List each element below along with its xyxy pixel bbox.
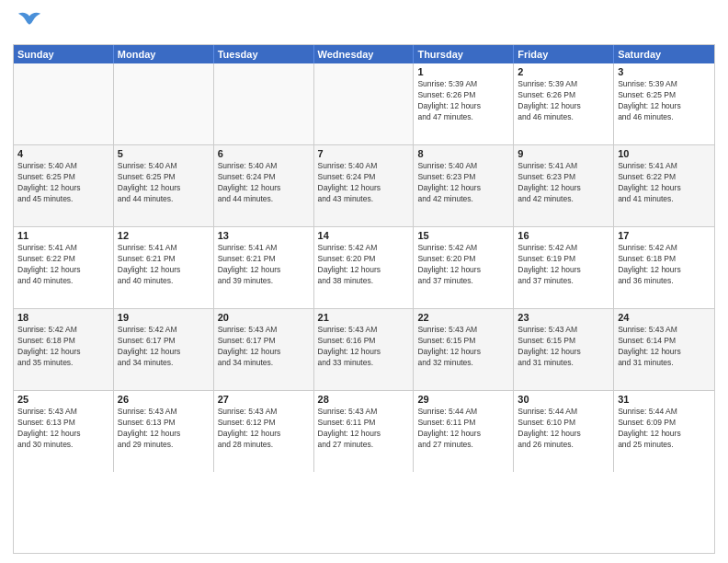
calendar-cell: 8Sunrise: 5:40 AM Sunset: 6:23 PM Daylig… bbox=[414, 145, 514, 226]
day-number: 19 bbox=[118, 312, 210, 323]
calendar-body: 1Sunrise: 5:39 AM Sunset: 6:26 PM Daylig… bbox=[14, 63, 714, 472]
day-info: Sunrise: 5:41 AM Sunset: 6:21 PM Dayligh… bbox=[218, 243, 310, 287]
calendar-cell: 29Sunrise: 5:44 AM Sunset: 6:11 PM Dayli… bbox=[414, 391, 514, 472]
calendar-header-day: Monday bbox=[114, 45, 214, 63]
day-info: Sunrise: 5:43 AM Sunset: 6:17 PM Dayligh… bbox=[218, 325, 310, 369]
day-info: Sunrise: 5:43 AM Sunset: 6:13 PM Dayligh… bbox=[118, 407, 210, 451]
calendar-cell: 3Sunrise: 5:39 AM Sunset: 6:25 PM Daylig… bbox=[614, 63, 714, 144]
day-number: 14 bbox=[318, 230, 410, 241]
calendar-cell: 20Sunrise: 5:43 AM Sunset: 6:17 PM Dayli… bbox=[214, 309, 314, 390]
calendar-cell: 5Sunrise: 5:40 AM Sunset: 6:25 PM Daylig… bbox=[114, 145, 214, 226]
day-number: 1 bbox=[417, 66, 509, 77]
day-number: 17 bbox=[618, 230, 711, 241]
day-info: Sunrise: 5:43 AM Sunset: 6:12 PM Dayligh… bbox=[218, 407, 310, 451]
day-number: 7 bbox=[318, 148, 410, 159]
calendar-row: 18Sunrise: 5:42 AM Sunset: 6:18 PM Dayli… bbox=[14, 309, 714, 391]
day-number: 2 bbox=[518, 66, 609, 77]
day-number: 8 bbox=[417, 148, 509, 159]
day-info: Sunrise: 5:44 AM Sunset: 6:09 PM Dayligh… bbox=[618, 407, 711, 451]
day-info: Sunrise: 5:39 AM Sunset: 6:26 PM Dayligh… bbox=[518, 79, 609, 123]
calendar-cell: 15Sunrise: 5:42 AM Sunset: 6:20 PM Dayli… bbox=[414, 227, 514, 308]
calendar-cell bbox=[314, 63, 415, 144]
day-number: 31 bbox=[618, 394, 711, 405]
calendar-cell bbox=[14, 63, 114, 144]
day-info: Sunrise: 5:44 AM Sunset: 6:10 PM Dayligh… bbox=[518, 407, 609, 451]
day-info: Sunrise: 5:42 AM Sunset: 6:19 PM Dayligh… bbox=[518, 243, 609, 287]
calendar-cell: 21Sunrise: 5:43 AM Sunset: 6:16 PM Dayli… bbox=[314, 309, 415, 390]
logo bbox=[13, 9, 42, 39]
day-number: 24 bbox=[618, 312, 711, 323]
day-number: 25 bbox=[17, 394, 109, 405]
day-info: Sunrise: 5:43 AM Sunset: 6:14 PM Dayligh… bbox=[618, 325, 711, 369]
calendar-cell: 12Sunrise: 5:41 AM Sunset: 6:21 PM Dayli… bbox=[114, 227, 214, 308]
day-info: Sunrise: 5:44 AM Sunset: 6:11 PM Dayligh… bbox=[417, 407, 509, 451]
day-number: 29 bbox=[417, 394, 509, 405]
day-info: Sunrise: 5:42 AM Sunset: 6:17 PM Dayligh… bbox=[118, 325, 210, 369]
day-number: 9 bbox=[518, 148, 609, 159]
calendar-header-day: Sunday bbox=[14, 45, 114, 63]
calendar-cell: 13Sunrise: 5:41 AM Sunset: 6:21 PM Dayli… bbox=[214, 227, 314, 308]
day-number: 5 bbox=[118, 148, 210, 159]
day-number: 22 bbox=[417, 312, 509, 323]
calendar-cell: 30Sunrise: 5:44 AM Sunset: 6:10 PM Dayli… bbox=[514, 391, 614, 472]
calendar-cell: 24Sunrise: 5:43 AM Sunset: 6:14 PM Dayli… bbox=[614, 309, 714, 390]
calendar-cell: 28Sunrise: 5:43 AM Sunset: 6:11 PM Dayli… bbox=[314, 391, 415, 472]
calendar: SundayMondayTuesdayWednesdayThursdayFrid… bbox=[13, 44, 715, 554]
day-number: 27 bbox=[218, 394, 310, 405]
day-number: 10 bbox=[618, 148, 711, 159]
day-info: Sunrise: 5:42 AM Sunset: 6:20 PM Dayligh… bbox=[318, 243, 410, 287]
day-info: Sunrise: 5:43 AM Sunset: 6:15 PM Dayligh… bbox=[518, 325, 609, 369]
calendar-cell: 10Sunrise: 5:41 AM Sunset: 6:22 PM Dayli… bbox=[614, 145, 714, 226]
day-info: Sunrise: 5:40 AM Sunset: 6:25 PM Dayligh… bbox=[17, 161, 109, 205]
calendar-cell: 1Sunrise: 5:39 AM Sunset: 6:26 PM Daylig… bbox=[414, 63, 514, 144]
calendar-cell: 11Sunrise: 5:41 AM Sunset: 6:22 PM Dayli… bbox=[14, 227, 114, 308]
day-info: Sunrise: 5:39 AM Sunset: 6:26 PM Dayligh… bbox=[417, 79, 509, 123]
page: SundayMondayTuesdayWednesdayThursdayFrid… bbox=[0, 0, 728, 563]
day-number: 21 bbox=[318, 312, 410, 323]
day-info: Sunrise: 5:40 AM Sunset: 6:24 PM Dayligh… bbox=[218, 161, 310, 205]
day-info: Sunrise: 5:42 AM Sunset: 6:20 PM Dayligh… bbox=[417, 243, 509, 287]
day-info: Sunrise: 5:39 AM Sunset: 6:25 PM Dayligh… bbox=[618, 79, 711, 123]
day-info: Sunrise: 5:40 AM Sunset: 6:23 PM Dayligh… bbox=[417, 161, 509, 205]
day-info: Sunrise: 5:41 AM Sunset: 6:22 PM Dayligh… bbox=[17, 243, 109, 287]
calendar-row: 1Sunrise: 5:39 AM Sunset: 6:26 PM Daylig… bbox=[14, 63, 714, 145]
day-number: 13 bbox=[218, 230, 310, 241]
calendar-cell: 27Sunrise: 5:43 AM Sunset: 6:12 PM Dayli… bbox=[214, 391, 314, 472]
calendar-header-day: Saturday bbox=[614, 45, 714, 63]
day-number: 18 bbox=[17, 312, 109, 323]
calendar-cell: 23Sunrise: 5:43 AM Sunset: 6:15 PM Dayli… bbox=[514, 309, 614, 390]
calendar-cell bbox=[114, 63, 214, 144]
calendar-cell: 22Sunrise: 5:43 AM Sunset: 6:15 PM Dayli… bbox=[414, 309, 514, 390]
calendar-cell: 18Sunrise: 5:42 AM Sunset: 6:18 PM Dayli… bbox=[14, 309, 114, 390]
calendar-header: SundayMondayTuesdayWednesdayThursdayFrid… bbox=[14, 45, 714, 63]
calendar-row: 4Sunrise: 5:40 AM Sunset: 6:25 PM Daylig… bbox=[14, 145, 714, 227]
day-info: Sunrise: 5:41 AM Sunset: 6:21 PM Dayligh… bbox=[118, 243, 210, 287]
calendar-cell: 17Sunrise: 5:42 AM Sunset: 6:18 PM Dayli… bbox=[614, 227, 714, 308]
day-number: 4 bbox=[17, 148, 109, 159]
calendar-row: 25Sunrise: 5:43 AM Sunset: 6:13 PM Dayli… bbox=[14, 391, 714, 472]
calendar-cell: 31Sunrise: 5:44 AM Sunset: 6:09 PM Dayli… bbox=[614, 391, 714, 472]
day-info: Sunrise: 5:43 AM Sunset: 6:15 PM Dayligh… bbox=[417, 325, 509, 369]
calendar-cell: 26Sunrise: 5:43 AM Sunset: 6:13 PM Dayli… bbox=[114, 391, 214, 472]
day-number: 12 bbox=[118, 230, 210, 241]
calendar-cell: 2Sunrise: 5:39 AM Sunset: 6:26 PM Daylig… bbox=[514, 63, 614, 144]
day-info: Sunrise: 5:41 AM Sunset: 6:22 PM Dayligh… bbox=[618, 161, 711, 205]
day-info: Sunrise: 5:43 AM Sunset: 6:11 PM Dayligh… bbox=[318, 407, 410, 451]
calendar-cell: 6Sunrise: 5:40 AM Sunset: 6:24 PM Daylig… bbox=[214, 145, 314, 226]
day-number: 20 bbox=[218, 312, 310, 323]
calendar-cell: 19Sunrise: 5:42 AM Sunset: 6:17 PM Dayli… bbox=[114, 309, 214, 390]
day-number: 3 bbox=[618, 66, 711, 77]
day-number: 26 bbox=[118, 394, 210, 405]
calendar-header-day: Tuesday bbox=[214, 45, 314, 63]
day-number: 11 bbox=[17, 230, 109, 241]
calendar-cell bbox=[214, 63, 314, 144]
day-number: 15 bbox=[417, 230, 509, 241]
header bbox=[13, 9, 715, 39]
day-number: 28 bbox=[318, 394, 410, 405]
calendar-cell: 14Sunrise: 5:42 AM Sunset: 6:20 PM Dayli… bbox=[314, 227, 415, 308]
day-number: 23 bbox=[518, 312, 609, 323]
calendar-cell: 25Sunrise: 5:43 AM Sunset: 6:13 PM Dayli… bbox=[14, 391, 114, 472]
logo-bird-icon bbox=[17, 9, 42, 39]
day-number: 6 bbox=[218, 148, 310, 159]
calendar-header-day: Friday bbox=[514, 45, 614, 63]
